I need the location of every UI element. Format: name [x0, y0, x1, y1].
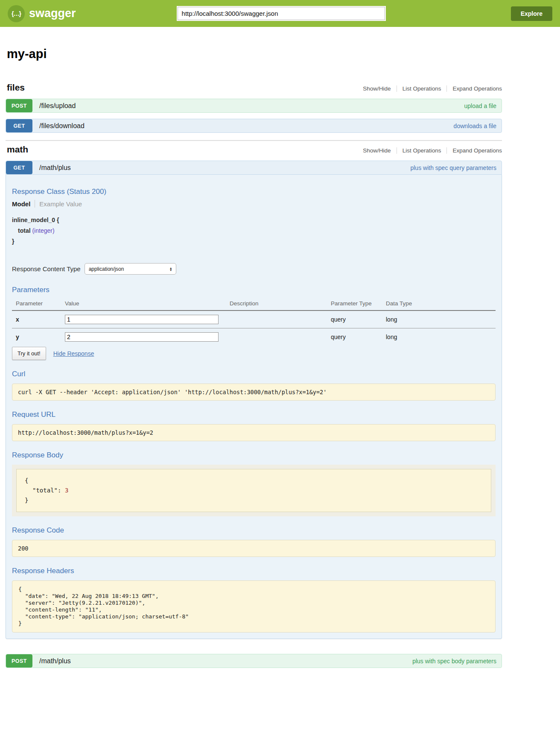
operation-path[interactable]: /math/plus	[39, 657, 71, 665]
tab-example-value[interactable]: Example Value	[35, 200, 82, 208]
param-data-type: long	[386, 310, 496, 328]
section-title-math: math	[7, 144, 28, 155]
param-description	[230, 328, 331, 346]
column-description: Description	[230, 299, 331, 310]
method-badge-post: POST	[6, 654, 32, 668]
show-hide-link[interactable]: Show/Hide	[357, 85, 396, 92]
operation-row-post-math-plus[interactable]: POST /math/plus plus with spec body para…	[6, 654, 502, 668]
operation-summary[interactable]: upload a file	[464, 102, 496, 109]
section-links-math: Show/Hide List Operations Expand Operati…	[357, 147, 502, 154]
list-operations-link[interactable]: List Operations	[397, 85, 447, 92]
tab-model[interactable]: Model	[12, 200, 35, 208]
json-key: "total":	[32, 487, 61, 494]
curl-heading: Curl	[12, 370, 496, 378]
operation-summary[interactable]: plus with spec query parameters	[410, 164, 496, 171]
response-headers-heading: Response Headers	[12, 567, 496, 575]
parameters-header-row: Parameter Value Description Parameter Ty…	[12, 299, 496, 310]
operation-path[interactable]: /files/download	[39, 122, 85, 130]
section-links-files: Show/Hide List Operations Expand Operati…	[357, 85, 502, 92]
content-wrap: my-api files Show/Hide List Operations E…	[6, 47, 502, 738]
method-badge-get: GET	[6, 119, 32, 132]
operation-expanded-get-math-plus: GET /math/plus plus with spec query para…	[6, 161, 502, 639]
show-hide-link[interactable]: Show/Hide	[357, 147, 396, 154]
section-divider	[6, 140, 502, 141]
param-name: x	[12, 310, 65, 328]
section-header-files: files Show/Hide List Operations Expand O…	[6, 82, 502, 93]
model-tabs: Model Example Value	[12, 200, 496, 208]
request-url-value: http://localhost:3000/math/plus?x=1&y=2	[12, 424, 496, 441]
operation-summary[interactable]: downloads a file	[454, 123, 496, 129]
model-signature: inline_model_0 { total (integer) }	[12, 215, 496, 247]
logo-text: swagger	[29, 7, 76, 20]
list-operations-link[interactable]: List Operations	[397, 147, 447, 154]
hide-response-link[interactable]: Hide Response	[53, 350, 94, 357]
model-open: inline_model_0 {	[12, 215, 496, 226]
json-value: 3	[65, 487, 68, 494]
response-class-heading: Response Class (Status 200)	[12, 187, 496, 196]
operation-path[interactable]: /math/plus	[39, 164, 71, 172]
response-code-value: 200	[12, 540, 496, 557]
table-row-param-x: x query long	[12, 310, 496, 328]
response-code-heading: Response Code	[12, 526, 496, 535]
try-it-out-button[interactable]: Try it out!	[12, 347, 46, 360]
json-open-brace: {	[25, 476, 483, 486]
param-value-input-x[interactable]	[65, 315, 219, 324]
response-headers-value: { "date": "Wed, 22 Aug 2018 18:49:13 GMT…	[12, 580, 496, 633]
page-title: my-api	[7, 47, 502, 61]
section-header-math: math Show/Hide List Operations Expand Op…	[6, 144, 502, 155]
param-name: y	[12, 328, 65, 346]
operation-content: Response Class (Status 200) Model Exampl…	[6, 175, 502, 639]
operation-path[interactable]: /files/upload	[39, 102, 76, 110]
model-close: }	[12, 236, 496, 247]
expand-operations-link[interactable]: Expand Operations	[446, 147, 502, 154]
table-row-param-y: y query long	[12, 328, 496, 346]
json-close-brace: }	[25, 495, 483, 505]
column-parameter-type: Parameter Type	[331, 299, 386, 310]
method-badge-post: POST	[6, 99, 32, 112]
curly-braces-icon: {…}	[8, 5, 25, 22]
response-body-json: { "total": 3 }	[16, 469, 491, 512]
response-content-type-row: Response Content Type application/json ▲…	[12, 263, 496, 275]
curl-command: curl -X GET --header 'Accept: applicatio…	[12, 384, 496, 401]
expand-operations-link[interactable]: Expand Operations	[446, 85, 502, 92]
request-url-heading: Request URL	[12, 410, 496, 419]
operation-row-get-files-download[interactable]: GET /files/download downloads a file	[6, 119, 502, 133]
response-body-heading: Response Body	[12, 451, 496, 460]
operation-summary[interactable]: plus with spec body parameters	[412, 658, 496, 665]
param-type: query	[331, 328, 386, 346]
operation-row-get-math-plus[interactable]: GET /math/plus plus with spec query para…	[6, 161, 502, 175]
param-type: query	[331, 310, 386, 328]
section-title-files: files	[7, 82, 25, 93]
method-badge-get: GET	[6, 161, 32, 174]
header-bar: {…} swagger Explore	[0, 0, 560, 27]
parameters-table: Parameter Value Description Parameter Ty…	[12, 299, 496, 346]
param-data-type: long	[386, 328, 496, 346]
model-property-type: (integer)	[32, 227, 54, 234]
parameters-heading: Parameters	[12, 286, 496, 294]
column-value: Value	[65, 299, 230, 310]
operation-row-post-files-upload[interactable]: POST /files/upload upload a file	[6, 99, 502, 113]
column-parameter: Parameter	[12, 299, 65, 310]
response-content-type-select[interactable]: application/json ▲▼	[85, 263, 176, 275]
explore-button[interactable]: Explore	[511, 6, 552, 21]
swagger-logo[interactable]: {…} swagger	[8, 5, 76, 22]
spec-url-input[interactable]	[178, 7, 385, 20]
response-content-type-label: Response Content Type	[12, 265, 81, 272]
response-body-container: { "total": 3 }	[12, 465, 496, 516]
param-description	[230, 310, 331, 328]
response-content-type-select-control[interactable]: application/json	[85, 263, 176, 275]
model-property-name: total	[18, 227, 31, 234]
param-value-input-y[interactable]	[65, 332, 219, 342]
column-data-type: Data Type	[386, 299, 496, 310]
actions-row: Try it out! Hide Response	[12, 347, 496, 360]
